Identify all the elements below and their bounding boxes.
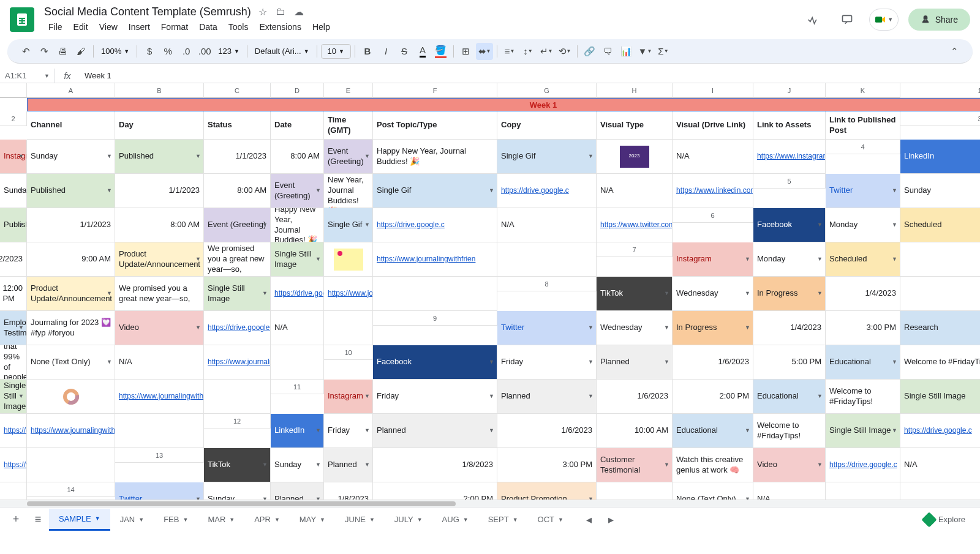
cell-visual-link[interactable] [27, 380, 115, 414]
cell-assets[interactable]: N/A [271, 311, 324, 345]
cell-assets[interactable] [826, 482, 900, 500]
menu-extensions[interactable]: Extensions [255, 20, 305, 34]
cell-channel[interactable]: Facebook▼ [753, 208, 826, 242]
cell-published[interactable] [115, 414, 204, 448]
cell-time[interactable]: 3:00 PM [826, 311, 900, 345]
link-button[interactable]: 🔗 [581, 43, 598, 60]
currency-button[interactable]: $ [141, 43, 158, 60]
v-align-button[interactable]: ↕ ▼ [519, 43, 537, 60]
header-day[interactable]: Day [115, 111, 204, 140]
row-header[interactable]: 4 [826, 140, 900, 154]
cell-status[interactable]: Planned▼ [271, 482, 324, 500]
cell-time[interactable]: 8:00 AM [204, 174, 271, 208]
col-header-F[interactable]: F [373, 83, 497, 98]
sheet-tab-apr[interactable]: APR▼ [244, 509, 290, 531]
menu-edit[interactable]: Edit [69, 20, 92, 34]
history-icon[interactable] [801, 7, 825, 32]
header-date[interactable]: Date [271, 111, 324, 140]
menu-view[interactable]: View [95, 20, 122, 34]
share-button[interactable]: Share [908, 9, 970, 31]
italic-button[interactable]: I [377, 43, 394, 60]
cell-channel[interactable]: Twitter▼ [115, 482, 204, 500]
cell-time[interactable]: 8:00 AM [271, 140, 324, 174]
cell-visual-type[interactable]: Single Still Image▼ [271, 242, 324, 277]
font-size-dropdown[interactable]: 10 ▼ [321, 44, 351, 59]
cell-date[interactable]: 1/6/2023 [597, 380, 673, 414]
cell-time[interactable]: 2:00 PM [373, 482, 497, 500]
cell-visual-type[interactable]: None (Text Only)▼ [673, 482, 753, 500]
header-status[interactable]: Status [204, 111, 271, 140]
cell-topic[interactable]: Product Promotion▼ [497, 482, 597, 500]
text-color-button[interactable]: A [414, 43, 431, 60]
cell-assets[interactable]: N/A [900, 448, 980, 482]
cell-status[interactable]: In Progress▼ [673, 311, 753, 345]
cell-published[interactable] [204, 380, 271, 414]
h-align-button[interactable]: ≡ ▼ [501, 43, 518, 60]
cell-day[interactable]: Monday▼ [753, 242, 826, 277]
cell-day[interactable]: Sunday▼ [204, 482, 271, 500]
cell-visual-link[interactable]: 2023 [597, 140, 673, 174]
cell-topic[interactable]: Event (Greeting)▼ [204, 208, 271, 242]
cell-published[interactable] [497, 242, 597, 277]
cell-visual-link[interactable]: https://drive.google.c [497, 174, 597, 208]
menu-tools[interactable]: Tools [224, 20, 253, 34]
cell-visual-type[interactable]: None (Text Only)▼ [27, 345, 115, 380]
cell-day[interactable]: Monday▼ [826, 208, 900, 242]
header-channel[interactable]: Channel [27, 111, 115, 140]
comment-button[interactable]: 🗨 [600, 43, 617, 60]
cell-published[interactable] [373, 277, 497, 311]
cell-date[interactable]: 1/8/2023 [324, 482, 373, 500]
cell-topic[interactable]: Employee Testimonial▼ [0, 311, 27, 345]
cell-visual-type[interactable]: Single Gif▼ [373, 174, 497, 208]
name-box[interactable]: A1:K1▼ [0, 69, 55, 83]
cell-channel[interactable]: Instagram▼ [0, 140, 27, 174]
cell-topic[interactable]: Research▼ [900, 311, 980, 345]
rotate-button[interactable]: ⟲ ▼ [556, 43, 573, 60]
chart-button[interactable]: 📊 [618, 43, 635, 60]
cell-day[interactable]: Sunday▼ [27, 140, 115, 174]
format-type-dropdown[interactable]: 123 ▼ [214, 47, 243, 56]
cell-visual-type[interactable]: Single Gif▼ [497, 140, 597, 174]
col-header-I[interactable]: I [673, 83, 753, 98]
sheet-tab-aug[interactable]: AUG▼ [432, 509, 478, 531]
move-icon[interactable]: 🗀 [276, 6, 285, 18]
row-header[interactable]: 10 [324, 345, 373, 360]
cell-published[interactable] [900, 482, 980, 500]
cell-time[interactable]: 12:00 PM [0, 277, 27, 311]
cell-time[interactable]: 3:00 PM [497, 448, 597, 482]
cell-status[interactable]: Scheduled▼ [826, 242, 900, 277]
cell-date[interactable]: 1/1/2023 [115, 174, 204, 208]
comments-icon[interactable] [835, 7, 859, 32]
cell-visual-link[interactable]: N/A [753, 482, 826, 500]
explore-button[interactable]: Explore [914, 514, 975, 525]
wrap-button[interactable]: ↵ ▼ [538, 43, 555, 60]
zoom-dropdown[interactable]: 100% ▼ [97, 47, 133, 56]
paint-format-button[interactable]: 🖌 [72, 43, 89, 60]
cell-visual-type[interactable]: Single Still Image▼ [204, 277, 271, 311]
cell-status[interactable]: Published▼ [27, 174, 115, 208]
row-header[interactable]: 1 [900, 83, 980, 98]
formula-input[interactable]: Week 1 [80, 71, 980, 80]
decimal-increase-button[interactable]: .00 [196, 43, 213, 60]
spreadsheet-grid[interactable]: ABCDEFGHIJK1Week 12ChannelDayStatusDateT… [0, 83, 980, 500]
cell-assets[interactable]: https://www.journalingwithfrien [373, 242, 497, 277]
sheet-tab-feb[interactable]: FEB▼ [154, 509, 198, 531]
cell-topic[interactable]: Educational▼ [673, 414, 753, 448]
sheet-tab-mar[interactable]: MAR▼ [198, 509, 244, 531]
cell-channel[interactable]: TikTok▼ [204, 448, 271, 482]
menu-file[interactable]: File [44, 20, 67, 34]
cell-status[interactable]: In Progress▼ [753, 277, 826, 311]
cell-day[interactable]: Wednesday▼ [673, 277, 753, 311]
cell-visual-type[interactable]: Single Still Image▼ [826, 414, 900, 448]
cell-published[interactable] [27, 448, 115, 482]
cell-visual-link[interactable]: https://drive.google.c [900, 414, 980, 448]
row-header[interactable]: 2 [0, 111, 27, 126]
cell-date[interactable]: 1/6/2023 [497, 414, 597, 448]
cell-assets[interactable]: https://www.journalingwithfrien [0, 448, 27, 482]
row-header[interactable]: 11 [271, 380, 324, 394]
redo-button[interactable]: ↷ [36, 43, 53, 60]
row-header[interactable]: 13 [115, 448, 204, 463]
sheet-tab-sept[interactable]: SEPT▼ [478, 509, 528, 531]
cell-published[interactable] [324, 311, 373, 345]
cell-copy[interactable]: Watch this creative genius at work 🧠 [673, 448, 753, 482]
